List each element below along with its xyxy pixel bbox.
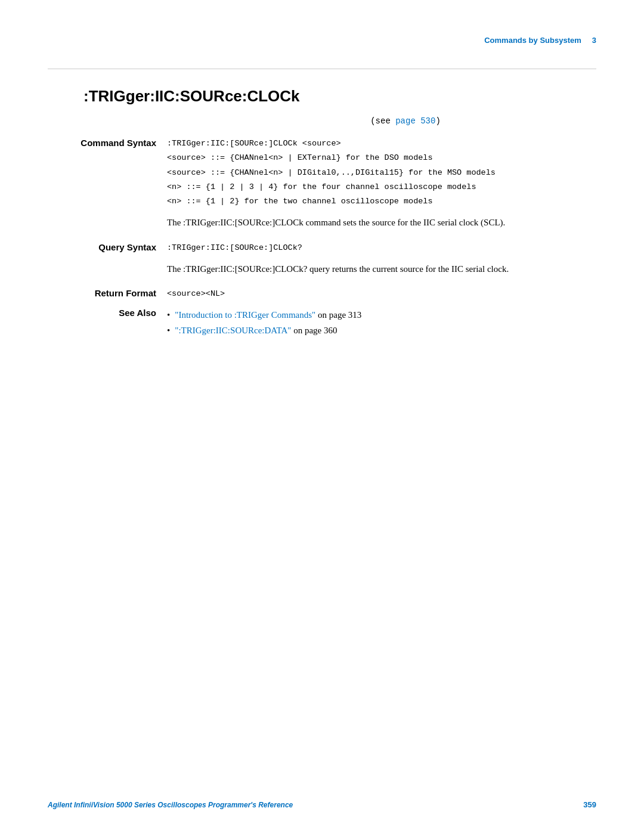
query-syntax-label: Query Syntax xyxy=(98,241,156,252)
return-format-label: Return Format xyxy=(95,287,156,298)
return-format-content: <source><NL> xyxy=(167,288,596,302)
footer-title: Agilent InfiniiVision 5000 Series Oscill… xyxy=(48,801,293,809)
query-syntax-code-block: :TRIGger:IIC:[SOURce:]CLOCk? xyxy=(167,242,596,254)
command-syntax-code-line-2: <n> ::= {1 | 2 | 3 | 4} for the four cha… xyxy=(167,181,596,193)
query-syntax-main-code: :TRIGger:IIC:[SOURce:]CLOCk? xyxy=(167,242,596,254)
see-also-item-0: "Introduction to :TRIGger Commands" on p… xyxy=(167,308,596,323)
see-page-link[interactable]: page 530 xyxy=(395,116,435,126)
see-also-label: See Also xyxy=(119,306,156,318)
command-syntax-section: Command Syntax :TRIGger:IIC:[SOURce:]CLO… xyxy=(48,138,596,242)
see-also-suffix-1: on page 360 xyxy=(291,326,337,335)
return-format-section: Return Format <source><NL> xyxy=(48,288,596,302)
see-also-label-area: See Also xyxy=(48,308,167,342)
command-title: :TRIGger:IIC:SOURce:CLOCk xyxy=(83,87,596,106)
command-syntax-description: The :TRIGger:IIC:[SOURce:]CLOCk command … xyxy=(167,216,596,230)
query-syntax-description: The :TRIGger:IIC:[SOURce:]CLOCk? query r… xyxy=(167,262,596,276)
see-also-item-1: ":TRIGger:IIC:SOURce:DATA" on page 360 xyxy=(167,323,596,339)
command-syntax-code-line-0: <source> ::= {CHANnel<n> | EXTernal} for… xyxy=(167,152,596,164)
query-syntax-label-area: Query Syntax xyxy=(48,242,167,289)
command-syntax-label: Command Syntax xyxy=(80,137,156,148)
return-format-label-area: Return Format xyxy=(48,288,167,302)
see-page-ref: (see page 530) xyxy=(215,116,596,126)
see-also-list: "Introduction to :TRIGger Commands" on p… xyxy=(167,308,596,338)
header-divider xyxy=(48,69,596,69)
page-header: Commands by Subsystem 3 xyxy=(48,36,596,45)
see-also-link-0[interactable]: "Introduction to :TRIGger Commands" xyxy=(175,310,315,320)
command-syntax-content: :TRIGger:IIC:[SOURce:]CLOCk <source> <so… xyxy=(167,138,596,242)
see-also-section: See Also "Introduction to :TRIGger Comma… xyxy=(48,308,596,342)
see-also-link-1[interactable]: ":TRIGger:IIC:SOURce:DATA" xyxy=(175,326,291,335)
command-syntax-code-line-1: <source> ::= {CHANnel<n> | DIGital0,..,D… xyxy=(167,167,596,179)
query-syntax-content: :TRIGger:IIC:[SOURce:]CLOCk? The :TRIGge… xyxy=(167,242,596,289)
see-also-suffix-0: on page 313 xyxy=(315,310,361,320)
command-syntax-main-code: :TRIGger:IIC:[SOURce:]CLOCk <source> xyxy=(167,138,596,150)
page: Commands by Subsystem 3 :TRIGger:IIC:SOU… xyxy=(0,0,644,833)
query-syntax-section: Query Syntax :TRIGger:IIC:[SOURce:]CLOCk… xyxy=(48,242,596,289)
see-also-content: "Introduction to :TRIGger Commands" on p… xyxy=(167,308,596,342)
command-syntax-code-block: :TRIGger:IIC:[SOURce:]CLOCk <source> <so… xyxy=(167,138,596,208)
command-syntax-label-area: Command Syntax xyxy=(48,138,167,242)
command-syntax-code-line-3: <n> ::= {1 | 2} for the two channel osci… xyxy=(167,196,596,208)
page-footer: Agilent InfiniiVision 5000 Series Oscill… xyxy=(48,800,596,809)
return-format-code: <source><NL> xyxy=(167,288,225,298)
header-page-number: 3 xyxy=(592,36,596,45)
header-section-title: Commands by Subsystem xyxy=(484,36,581,45)
footer-page-number: 359 xyxy=(583,800,596,809)
